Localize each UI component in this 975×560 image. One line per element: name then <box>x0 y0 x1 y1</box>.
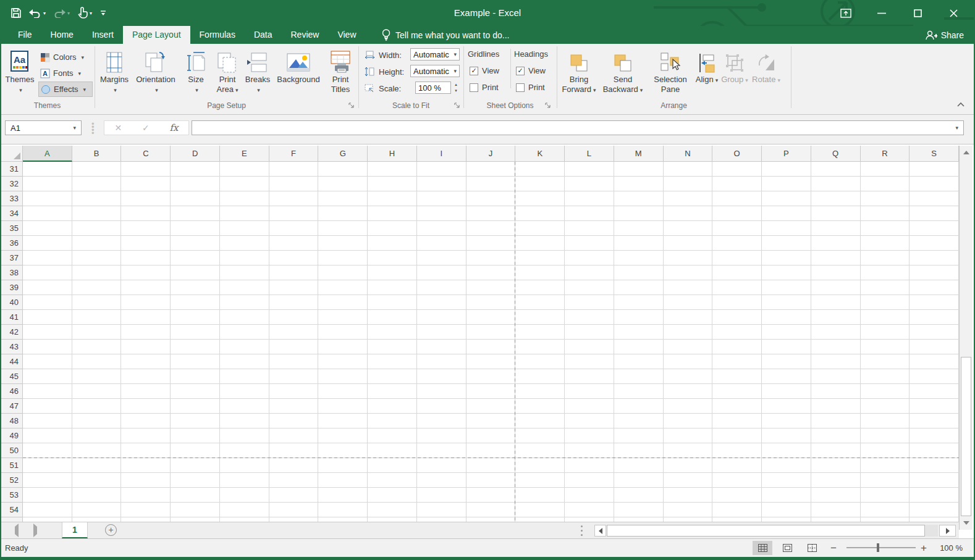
ribbon-tab-review[interactable]: Review <box>282 26 329 44</box>
row-header-49[interactable]: 49 <box>0 428 23 443</box>
horizontal-scrollbar-thumb[interactable] <box>607 525 925 537</box>
zoom-out-button[interactable]: − <box>830 539 837 557</box>
touch-mode-dropdown-arrow[interactable]: ▾ <box>90 10 92 16</box>
select-all-button[interactable] <box>0 146 23 162</box>
column-header-N[interactable]: N <box>664 146 713 162</box>
ribbon-display-options-button[interactable] <box>832 0 860 26</box>
close-button[interactable] <box>939 0 968 26</box>
row-header-55[interactable]: 55 <box>0 517 23 522</box>
gridlines-view-checkbox[interactable]: ✓ <box>470 67 478 75</box>
ribbon-tab-insert[interactable]: Insert <box>83 26 123 44</box>
row-header-40[interactable]: 40 <box>0 295 23 310</box>
enter-icon[interactable]: ✓ <box>142 123 150 133</box>
row-header-54[interactable]: 54 <box>0 503 23 517</box>
column-header-S[interactable]: S <box>910 146 959 162</box>
column-header-A[interactable]: A <box>23 146 72 162</box>
column-header-M[interactable]: M <box>614 146 664 162</box>
undo-button[interactable]: ▾ <box>27 7 48 19</box>
orientation-button[interactable]: Orientation▾ <box>133 47 178 104</box>
expand-formula-bar-arrow[interactable]: ▾ <box>955 125 958 131</box>
headings-view-checkbox-row[interactable]: ✓ View <box>516 66 546 75</box>
column-header-D[interactable]: D <box>171 146 220 162</box>
name-box-splitter[interactable]: •••• <box>91 122 95 135</box>
scale-spinner[interactable]: ▴▾ <box>452 81 460 94</box>
row-header-34[interactable]: 34 <box>0 206 23 221</box>
ribbon-tab-formulas[interactable]: Formulas <box>190 26 245 44</box>
column-header-P[interactable]: P <box>762 146 811 162</box>
size-button[interactable]: Size▾ <box>180 47 211 104</box>
zoom-slider-track[interactable] <box>846 547 916 548</box>
collapse-ribbon-button[interactable] <box>956 102 965 107</box>
row-header-46[interactable]: 46 <box>0 384 23 399</box>
page-layout-view-button[interactable] <box>777 541 797 555</box>
print-titles-button[interactable]: Print Titles <box>325 47 356 104</box>
page-break-preview-button[interactable] <box>802 541 822 555</box>
column-header-B[interactable]: B <box>72 146 122 162</box>
column-header-Q[interactable]: Q <box>811 146 861 162</box>
height-dropdown[interactable]: Automatic ▾ <box>410 65 460 77</box>
colors-button[interactable]: Colors ▾ <box>38 49 93 65</box>
scroll-up-button[interactable] <box>960 146 973 159</box>
vertical-scrollbar[interactable] <box>959 146 973 530</box>
share-button[interactable]: Share <box>925 28 964 43</box>
zoom-slider-handle[interactable] <box>877 543 879 552</box>
scroll-right-button[interactable] <box>939 525 956 537</box>
row-header-32[interactable]: 32 <box>0 177 23 191</box>
cells-area[interactable] <box>23 162 959 522</box>
gridlines-print-checkbox-row[interactable]: Print <box>470 83 499 92</box>
scale-input[interactable]: 100 % <box>415 81 451 94</box>
gridlines-view-checkbox-row[interactable]: ✓ View <box>470 66 499 75</box>
row-header-41[interactable]: 41 <box>0 310 23 325</box>
row-header-42[interactable]: 42 <box>0 325 23 340</box>
column-header-I[interactable]: I <box>417 146 466 162</box>
column-header-K[interactable]: K <box>515 146 565 162</box>
themes-button[interactable]: Aa Themes▾ <box>4 47 36 104</box>
cancel-icon[interactable]: ✕ <box>114 123 122 133</box>
gridlines-print-checkbox[interactable] <box>470 83 478 92</box>
row-header-36[interactable]: 36 <box>0 236 23 251</box>
scale-to-fit-dialog-launcher[interactable] <box>454 102 461 109</box>
redo-dropdown-arrow[interactable]: ▾ <box>67 10 70 16</box>
row-header-31[interactable]: 31 <box>0 162 23 177</box>
row-header-52[interactable]: 52 <box>0 473 23 488</box>
minimize-button[interactable] <box>867 0 896 26</box>
normal-view-button[interactable] <box>753 541 772 555</box>
sheet-options-dialog-launcher[interactable] <box>545 102 552 109</box>
print-area-button[interactable]: Print Area▾ <box>213 47 242 104</box>
column-header-G[interactable]: G <box>318 146 368 162</box>
width-dropdown[interactable]: Automatic ▾ <box>410 48 460 61</box>
next-sheet-button[interactable] <box>33 527 37 534</box>
row-header-51[interactable]: 51 <box>0 458 23 473</box>
headings-print-checkbox-row[interactable]: Print <box>516 83 545 92</box>
align-button[interactable]: Align▾ <box>694 47 719 104</box>
maximize-button[interactable] <box>903 0 932 26</box>
effects-button[interactable]: Effects ▾ <box>38 81 93 97</box>
row-header-35[interactable]: 35 <box>0 221 23 236</box>
headings-view-checkbox[interactable]: ✓ <box>516 67 525 75</box>
zoom-level[interactable]: 100 % <box>931 539 963 557</box>
redo-button[interactable]: ▾ <box>51 7 72 19</box>
column-header-O[interactable]: O <box>712 146 762 162</box>
breaks-button[interactable]: Breaks▾ <box>243 47 272 104</box>
column-header-F[interactable]: F <box>269 146 319 162</box>
ribbon-tab-page-layout[interactable]: Page Layout <box>123 26 190 44</box>
scroll-left-button[interactable] <box>594 525 606 537</box>
row-header-53[interactable]: 53 <box>0 488 23 503</box>
formula-input[interactable]: ▾ <box>192 120 964 135</box>
column-header-R[interactable]: R <box>861 146 910 162</box>
previous-sheet-button[interactable] <box>15 527 19 534</box>
name-box-dropdown-arrow[interactable]: ▾ <box>73 125 76 131</box>
row-header-47[interactable]: 47 <box>0 399 23 414</box>
column-header-H[interactable]: H <box>368 146 417 162</box>
ribbon-tab-view[interactable]: View <box>328 26 365 44</box>
column-header-L[interactable]: L <box>565 146 614 162</box>
scroll-down-button[interactable] <box>960 516 973 530</box>
touch-mouse-mode-button[interactable]: ▾ <box>75 6 94 20</box>
margins-button[interactable]: Margins▾ <box>98 47 131 104</box>
page-setup-dialog-launcher[interactable] <box>348 102 355 109</box>
ribbon-tab-home[interactable]: Home <box>41 26 83 44</box>
sheet-tab-1[interactable]: 1 <box>62 522 88 538</box>
fonts-button[interactable]: A Fonts ▾ <box>38 65 93 81</box>
vertical-scrollbar-thumb[interactable] <box>961 357 971 516</box>
row-header-33[interactable]: 33 <box>0 191 23 206</box>
